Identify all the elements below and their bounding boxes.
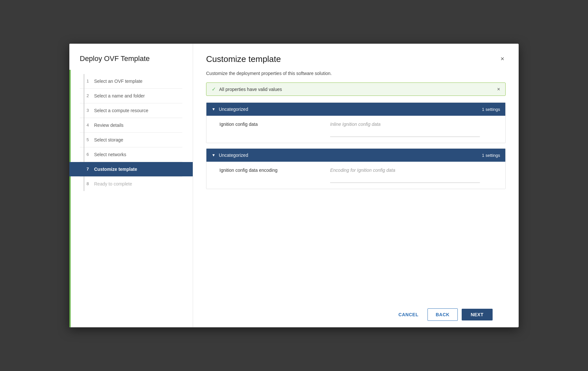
row-1-underline xyxy=(330,137,480,137)
chevron-down-icon-2: ▼ xyxy=(212,153,216,157)
step-7[interactable]: 7 Customize template xyxy=(69,162,193,176)
section-2-count: 1 settings xyxy=(482,153,500,158)
step-1[interactable]: 1 Select an OVF template xyxy=(69,74,193,88)
row-2-label: Ignition config data encoding xyxy=(219,168,330,173)
step-2[interactable]: 2 Select a name and folder xyxy=(69,89,193,103)
step-8: 8 Ready to complete xyxy=(69,177,193,191)
main-title: Customize template xyxy=(206,54,281,64)
check-icon: ✓ xyxy=(212,86,216,92)
row-1-input-area: Inline Ignition config data xyxy=(330,122,497,137)
sidebar: Deploy OVF Template 1 Select an OVF temp… xyxy=(69,44,193,327)
section-1-count: 1 settings xyxy=(482,107,500,112)
banner-close-button[interactable]: × xyxy=(497,86,500,92)
close-button[interactable]: × xyxy=(499,54,506,63)
row-1-label: Ignition config data xyxy=(219,122,330,127)
steps-list: 1 Select an OVF template 2 Select a name… xyxy=(69,74,193,191)
main-header: Customize template × xyxy=(206,54,506,64)
section-1: ▼ Uncategorized 1 settings Ignition conf… xyxy=(206,102,506,143)
section-1-header[interactable]: ▼ Uncategorized 1 settings xyxy=(206,103,505,116)
chevron-down-icon: ▼ xyxy=(212,107,216,111)
footer: CANCEL BACK NEXT xyxy=(206,302,506,327)
sidebar-title: Deploy OVF Template xyxy=(69,54,193,74)
section-1-label: Uncategorized xyxy=(219,107,248,112)
section-1-row-1: Ignition config data Inline Ignition con… xyxy=(206,116,505,143)
row-2-input-area: Encoding for Ignition config data xyxy=(330,168,497,183)
cancel-button[interactable]: CANCEL xyxy=(393,309,424,320)
row-2-underline xyxy=(330,183,480,183)
section-2-header[interactable]: ▼ Uncategorized 1 settings xyxy=(206,149,505,162)
section-2: ▼ Uncategorized 1 settings Ignition conf… xyxy=(206,148,506,189)
banner-message: All properties have valid values xyxy=(219,87,282,92)
row-1-placeholder: Inline Ignition config data xyxy=(330,122,497,127)
main-subtitle: Customize the deployment properties of t… xyxy=(206,71,506,76)
section-2-row-1: Ignition config data encoding Encoding f… xyxy=(206,162,505,189)
deploy-ovf-dialog: Deploy OVF Template 1 Select an OVF temp… xyxy=(69,44,519,327)
banner-left: ✓ All properties have valid values xyxy=(212,86,282,92)
success-banner: ✓ All properties have valid values × xyxy=(206,82,506,96)
content-area: ▼ Uncategorized 1 settings Ignition conf… xyxy=(206,102,506,302)
step-5[interactable]: 5 Select storage xyxy=(69,133,193,147)
row-2-placeholder: Encoding for Ignition config data xyxy=(330,168,497,173)
next-button[interactable]: NEXT xyxy=(462,309,493,320)
back-button[interactable]: BACK xyxy=(427,308,457,321)
step-4[interactable]: 4 Review details xyxy=(69,118,193,132)
main-content: Customize template × Customize the deplo… xyxy=(193,44,519,327)
dialog-title-text: Deploy OVF Template xyxy=(80,54,150,63)
step-3[interactable]: 3 Select a compute resource xyxy=(69,103,193,118)
step-6[interactable]: 6 Select networks xyxy=(69,147,193,162)
section-2-label: Uncategorized xyxy=(219,153,248,158)
